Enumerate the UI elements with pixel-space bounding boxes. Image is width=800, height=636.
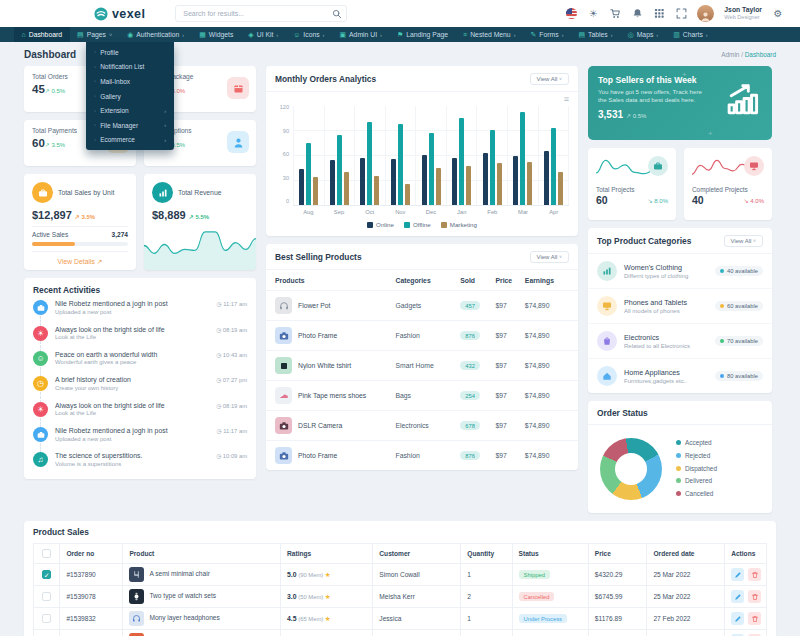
edit-button[interactable] — [731, 568, 744, 581]
status-badge: Cancelled — [519, 592, 555, 601]
theme-toggle-icon[interactable]: ☀ — [587, 8, 599, 20]
fullscreen-icon[interactable] — [675, 8, 687, 20]
activity-item: ☺Peace on earth a wonderful widthWonderf… — [33, 346, 247, 371]
column-header-quantity: Quantity — [461, 544, 512, 564]
nav-item-landing-page[interactable]: ⚑Landing Page — [389, 27, 455, 42]
menu-item-notification-list[interactable]: ◦Notification List — [86, 60, 174, 75]
rating-cell: 5.0 (90 Mem) ★ — [281, 564, 373, 586]
nav-item-label: UI Kit — [257, 31, 274, 38]
menu-item-mail-inbox[interactable]: ◦Mail-Inbox — [86, 74, 174, 89]
activity-text: Always look on the bright side of lifeLo… — [55, 402, 165, 417]
rating-cell: 4.5 (65 Mem) ★ — [281, 608, 373, 630]
user-info[interactable]: Json Taylor Web Designer — [724, 6, 762, 21]
activity-item: Nile Robetz mentioned a jogh in postUplo… — [33, 295, 247, 320]
menu-item-profile[interactable]: ◦Profile — [86, 45, 174, 60]
delete-button[interactable] — [748, 612, 761, 625]
bar-online — [391, 159, 396, 205]
stat-value: 45 — [32, 83, 45, 95]
nav-item-authentication[interactable]: ◉Authentication› — [120, 27, 192, 42]
nav-item-maps[interactable]: ◎Maps› — [620, 27, 666, 42]
product-thumbnail — [275, 387, 292, 404]
rating-count: (65 Mem) — [298, 616, 324, 622]
monitor-icon — [597, 296, 617, 316]
column-header-categories: Categories — [396, 277, 461, 284]
product-earnings: $74,890 — [525, 302, 569, 309]
table-row: #1539078Two type of watch sets3.0 (50 Me… — [34, 586, 767, 608]
bullet-icon: ◦ — [94, 122, 96, 128]
chart-menu-icon[interactable]: ≡ — [564, 95, 569, 104]
top-sellers-card: Top Sellers of this Week You have got 5 … — [588, 66, 772, 140]
status-cell: Under Process — [512, 608, 588, 630]
view-details-link[interactable]: View Details ↗ — [32, 258, 128, 266]
menu-item-gallery[interactable]: ◦Gallery — [86, 89, 174, 104]
delete-button[interactable] — [748, 568, 761, 581]
legend-swatch — [441, 222, 447, 228]
date-cell: 27 Feb 2022 — [647, 608, 725, 630]
category-text: Phones and TabletsAll models of phones — [624, 298, 687, 315]
brand-logo-icon — [94, 7, 108, 21]
brand-logo[interactable]: vexel — [94, 7, 145, 21]
nav-item-dashboard[interactable]: ⌂Dashboard — [14, 27, 70, 42]
activity-item: ◷A brief history of creationCreate your … — [33, 371, 247, 396]
price-cell: $4320.29 — [588, 564, 647, 586]
activity-item: ☀Always look on the bright side of lifeL… — [33, 320, 247, 345]
category-desc: Differnt types of clothing — [624, 273, 688, 279]
nav-item-admin-ui[interactable]: ▣Admin UI› — [332, 27, 389, 42]
delete-button[interactable] — [748, 590, 761, 603]
product-name: Photo Frame — [298, 452, 337, 459]
nav-item-ui-kit[interactable]: ◈UI Kit› — [241, 27, 286, 42]
nav-item-nested-menu[interactable]: ≡Nested Menu› — [456, 27, 523, 42]
activity-subtitle: Uploaded a new post — [55, 309, 168, 315]
actions-cell — [725, 564, 767, 586]
category-text: ElectronicsRelated to all Electronics — [624, 333, 690, 350]
top-categories-title: Top Product Categories — [597, 236, 691, 246]
customer-cell: Jason Stathman — [373, 630, 461, 636]
view-all-button[interactable]: View All ˅ — [724, 235, 764, 247]
camera-icon — [33, 427, 48, 442]
search-input[interactable] — [175, 5, 347, 22]
menu-item-file-manager[interactable]: ◦File Manager› — [86, 118, 174, 133]
bar-marketing — [558, 172, 563, 205]
row-checkbox[interactable]: ✓ — [42, 570, 51, 579]
language-flag-icon[interactable] — [566, 8, 577, 19]
bar-marketing — [527, 162, 532, 205]
nav-item-pages[interactable]: ▤Pages˅ — [70, 27, 120, 42]
row-checkbox[interactable] — [42, 592, 51, 601]
product-thumbnail — [275, 417, 292, 434]
apps-grid-icon[interactable] — [653, 8, 665, 20]
select-all-checkbox[interactable] — [42, 549, 51, 558]
edit-button[interactable] — [731, 612, 744, 625]
best-selling-header: Best Selling Products View All ˅ — [266, 244, 578, 270]
top-sellers-delta: ↗ 0.5% — [626, 113, 646, 119]
nav-item-charts[interactable]: ▥Charts› — [666, 27, 716, 42]
status-cell: Pending — [512, 630, 588, 636]
best-selling-row: DSLR CameraElectronics678$97$74,890 — [266, 410, 578, 440]
breadcrumb-section[interactable]: Admin — [721, 51, 739, 58]
view-all-button[interactable]: View All ˅ — [530, 73, 570, 85]
x-tick-label: Nov — [385, 209, 416, 215]
chevron-right-icon: › — [562, 32, 564, 38]
status-cell: Shipped — [512, 564, 588, 586]
nav-item-tables[interactable]: ▤Tables› — [571, 27, 620, 42]
product-thumbnail — [129, 589, 144, 604]
view-all-button[interactable]: View All ˅ — [530, 251, 570, 263]
settings-gear-icon[interactable]: ⚙ — [772, 8, 784, 20]
bar-group-nov — [386, 106, 417, 205]
legend-item-marketing: Marketing — [441, 221, 477, 228]
edit-button[interactable] — [731, 590, 744, 603]
star-icon: ★ — [325, 571, 331, 578]
nav-item-widgets[interactable]: ▦Widgets — [192, 27, 241, 42]
notifications-bell-icon[interactable] — [631, 8, 643, 20]
best-selling-row: Photo FrameFashion876$97$74,890 — [266, 320, 578, 350]
nav-item-forms[interactable]: ✎Forms› — [523, 27, 571, 42]
nav-item-icons[interactable]: ☺Icons› — [286, 27, 332, 42]
user-avatar[interactable] — [697, 5, 714, 22]
menu-item-extension[interactable]: ◦Extension› — [86, 103, 174, 118]
cart-icon[interactable] — [609, 8, 621, 20]
bar-online — [330, 160, 335, 205]
search-icon[interactable] — [332, 9, 342, 19]
menu-item-ecommerce[interactable]: ◦Ecommerce› — [86, 133, 174, 148]
date-cell: 25 Mar 2022 — [647, 586, 725, 608]
category-desc: All models of phones — [624, 308, 687, 314]
row-checkbox[interactable] — [42, 614, 51, 623]
